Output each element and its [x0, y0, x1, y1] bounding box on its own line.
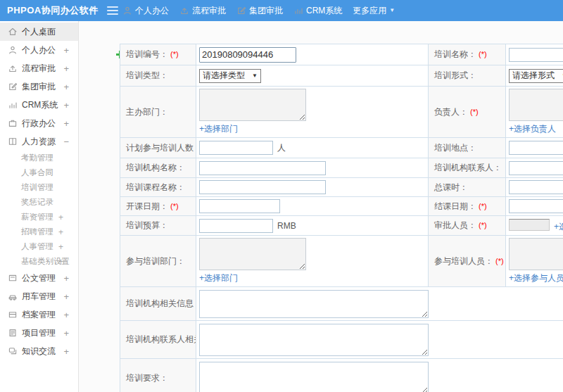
briefcase-icon: [8, 118, 18, 128]
org-contact-input[interactable]: [509, 161, 563, 175]
sidebar-subitem-rewards[interactable]: 奖惩记录: [0, 195, 78, 210]
org-info-textarea[interactable]: [199, 290, 429, 318]
field-label: 培训机构名称：: [120, 158, 196, 178]
nav-item-personal-office[interactable]: 个人办公: [118, 0, 173, 21]
field-label: 培训形式：: [429, 65, 506, 87]
field-label: 主办部门：: [120, 87, 196, 138]
project-icon: [8, 328, 18, 338]
sidebar-subitem-attendance[interactable]: 考勤管理: [0, 151, 78, 165]
participating-members-textarea[interactable]: [509, 238, 563, 270]
sidebar-item-process-approval[interactable]: 流程审批 +: [0, 59, 78, 77]
sidebar-item-group-approval[interactable]: 集团审批 +: [0, 77, 78, 96]
chart-icon: [8, 100, 18, 110]
field-label: 开课日期：(*): [120, 197, 196, 216]
sidebar-item-project-management[interactable]: 项目管理 +: [0, 324, 78, 342]
select-approver-link[interactable]: +选择审批人员: [554, 221, 563, 233]
select-department-link[interactable]: +选择部门: [199, 123, 238, 135]
sidebar: 个人桌面 个人办公 + 流程审批 + 集团审批 + CRM系统 + 行政办公 +: [0, 21, 79, 392]
start-date-input[interactable]: [199, 199, 280, 213]
sidebar-subitem-training[interactable]: 培训管理: [0, 180, 78, 195]
nav-item-process-approval[interactable]: 流程审批: [175, 0, 230, 21]
sidebar-subitem-recruitment[interactable]: 招聘管理+: [0, 225, 78, 239]
doc-icon: [8, 273, 18, 283]
training-location-input[interactable]: [509, 141, 563, 155]
app-logo: PHPOA协同办公软件: [7, 0, 99, 21]
training-number-input[interactable]: [199, 47, 296, 63]
budget-input[interactable]: [199, 219, 273, 233]
edit-icon: [8, 82, 18, 91]
field-label: 总课时：: [429, 178, 506, 197]
sidebar-item-human-resources[interactable]: 人力资源 −: [0, 132, 78, 151]
training-form-select[interactable]: 请选择形式▼: [509, 69, 563, 83]
sidebar-item-document-management[interactable]: 公文管理 +: [0, 269, 78, 287]
training-plan-form: 培训编号：(*) 培训名称：(*) 培训类型： 请选择类型▼ 培训形式： 请选择…: [120, 44, 563, 392]
sidebar-subitem-base-category[interactable]: 基础类别设置+: [0, 254, 78, 269]
field-label: 培训预算：: [120, 216, 196, 236]
participating-departments-textarea[interactable]: [199, 238, 306, 270]
nav-item-group-approval[interactable]: 集团审批: [232, 0, 287, 21]
field-label: 培训地点：: [429, 138, 506, 158]
sidebar-item-knowledge-exchange[interactable]: 知识交流 +: [0, 342, 78, 360]
caret-down-icon: ▼: [389, 8, 395, 13]
archive-icon: [8, 310, 18, 320]
sidebar-item-archive-management[interactable]: 档案管理 +: [0, 305, 78, 324]
top-navbar: PHPOA协同办公软件 个人办公 流程审批 集团审批 CRM系统 更多应用 ▼: [0, 0, 563, 21]
approver-input[interactable]: [509, 219, 550, 231]
upload-icon: [179, 6, 189, 15]
field-label: 培训名称：(*): [429, 44, 506, 65]
field-label: 审批人员：(*): [429, 216, 506, 236]
field-label: 参与培训人员：(*): [429, 236, 506, 287]
select-members-link[interactable]: +选择参与人员: [509, 272, 563, 284]
sidebar-subitem-personnel[interactable]: 人事管理+: [0, 239, 78, 254]
host-department-textarea[interactable]: [199, 89, 306, 121]
field-label: 计划参与培训人数：(*): [120, 138, 196, 158]
org-contact-info-textarea[interactable]: [199, 324, 429, 356]
training-name-input[interactable]: [509, 48, 563, 62]
field-label: 参与培训部门：: [120, 236, 196, 287]
user-icon: [8, 45, 18, 55]
user-icon: [122, 6, 132, 15]
training-requirements-textarea[interactable]: [199, 362, 429, 392]
upload-icon: [8, 63, 18, 73]
chat-icon: [8, 346, 18, 356]
sidebar-subitem-salary[interactable]: 薪资管理+: [0, 210, 78, 225]
sidebar-item-vehicle-management[interactable]: 用车管理 +: [0, 287, 78, 305]
sidebar-item-personal-desktop[interactable]: 个人桌面: [0, 23, 78, 41]
field-label: 培训要求：: [120, 359, 196, 392]
select-department-link[interactable]: +选择部门: [199, 272, 238, 284]
total-hours-input[interactable]: [509, 180, 563, 194]
main-content: 培训计划发布 培训编号：(*) 培训名称：(*) 培训类型： 请选择类型▼ 培训…: [80, 21, 563, 392]
course-name-input[interactable]: [199, 180, 326, 194]
caret-down-icon: ▼: [252, 73, 258, 79]
nav-item-crm-system[interactable]: CRM系统: [289, 0, 346, 21]
participant-count-input[interactable]: [199, 141, 273, 155]
field-label: 培训机构联系人相关信息：: [120, 321, 196, 359]
app-window: PHPOA协同办公软件 个人办公 流程审批 集团审批 CRM系统 更多应用 ▼: [0, 0, 563, 392]
training-type-select[interactable]: 请选择类型▼: [199, 69, 261, 83]
select-leader-link[interactable]: +选择负责人: [509, 123, 556, 135]
nav-item-more-apps[interactable]: 更多应用 ▼: [348, 0, 399, 21]
field-label: 培训编号：(*): [120, 44, 196, 65]
chart-icon: [293, 6, 303, 15]
field-label: 培训类型：: [120, 65, 196, 87]
book-icon: [8, 137, 18, 146]
sidebar-subitem-hr-contract[interactable]: 人事合同: [0, 165, 78, 180]
edit-icon: [236, 6, 246, 15]
field-label: 培训机构联系人：: [429, 158, 506, 178]
org-name-input[interactable]: [199, 161, 326, 175]
car-icon: [8, 291, 18, 301]
field-label: 结课日期：(*): [429, 197, 506, 216]
field-label: 培训机构相关信息：: [120, 287, 196, 321]
home-icon: [8, 27, 18, 37]
sidebar-item-personal-office[interactable]: 个人办公 +: [0, 41, 78, 59]
field-label: 培训课程名称：: [120, 178, 196, 197]
hamburger-menu-icon[interactable]: [107, 6, 118, 15]
end-date-input[interactable]: [509, 199, 563, 213]
leader-textarea[interactable]: [509, 89, 563, 121]
field-label: 负责人：(*): [429, 87, 506, 138]
sidebar-item-crm-system[interactable]: CRM系统 +: [0, 96, 78, 114]
sidebar-item-admin-office[interactable]: 行政办公 +: [0, 114, 78, 132]
